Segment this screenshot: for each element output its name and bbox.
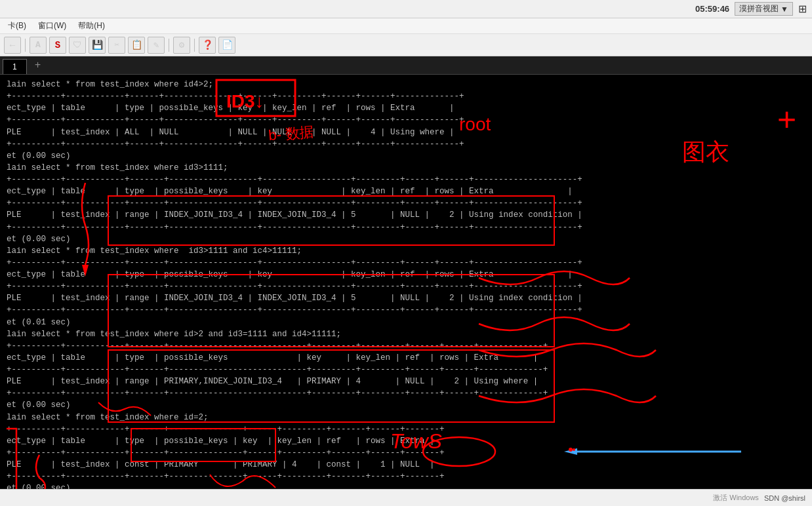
save-button[interactable]: 💾 — [89, 37, 106, 54]
terminal-line: +----------+------------+-------+-------… — [7, 257, 805, 269]
scissors-button[interactable]: ✂ — [108, 37, 125, 54]
new-tab-button[interactable]: + — [28, 57, 48, 74]
terminal-line: +----------+------------+------+--------… — [7, 114, 805, 126]
tab-bar: 1 + — [0, 56, 812, 75]
terminal-line: +----------+------------+------+--------… — [7, 90, 805, 102]
terminal-line: lain select * from test_index where id=2… — [7, 412, 805, 423]
terminal-line: +----------+------------+-------+-------… — [7, 471, 805, 482]
terminal-line: +----------+------------+------+--------… — [7, 138, 805, 150]
separator-2 — [169, 39, 169, 52]
terminal-line: +----------+------------+-------+-------… — [7, 447, 805, 459]
terminal-line: PLE | test_index | ALL | NULL | NULL | N… — [7, 126, 805, 138]
terminal-line: ect_type | table | type | possible_keys … — [7, 185, 805, 197]
terminal-line: +----------+------------+-------+-------… — [7, 281, 805, 292]
terminal-line: +----------+------------+-------+-------… — [7, 222, 805, 233]
terminal-line: +----------+------------+-------+-------… — [7, 387, 805, 399]
terminal-line: PLE | test_index | range | INDEX_JOIN_ID… — [7, 209, 805, 221]
back-button[interactable]: ← — [4, 37, 21, 54]
terminal-line: +----------+------------+-------+-------… — [7, 174, 805, 185]
ime-label: 漠拼音视图 — [739, 3, 779, 14]
ime-button[interactable]: 漠拼音视图 ▼ — [735, 2, 793, 16]
shield-button[interactable]: 🛡 — [69, 37, 86, 54]
terminal-line: PLE | test_index | range | PRIMARY,INDEX… — [7, 376, 805, 387]
pencil-button[interactable]: ✎ — [148, 37, 165, 54]
terminal-line: PLE | test_index | const | PRIMARY | PRI… — [7, 459, 805, 471]
terminal-line: lain select * from test_index where id>2… — [7, 328, 805, 340]
bottom-bar: 激活 Windows SDN @shirsl — [0, 489, 812, 506]
terminal-line: ect_type | table | type | possible_keys … — [7, 435, 805, 447]
terminal-line: et (0.00 sec) — [7, 399, 805, 411]
top-bar: 05:59:46 漠拼音视图 ▼ ⊞ — [0, 0, 812, 18]
menu-help[interactable]: 帮助(H) — [73, 19, 110, 33]
settings-button[interactable]: ⚙ — [173, 37, 190, 54]
terminal-line: +----------+------------+-------+-------… — [7, 197, 805, 209]
note-button[interactable]: 📄 — [218, 37, 235, 54]
separator-3 — [194, 39, 195, 52]
clock: 05:59:46 — [695, 4, 729, 14]
copy-button[interactable]: 📋 — [128, 37, 145, 54]
terminal-line: +----------+------------+-------+-------… — [7, 364, 805, 376]
terminal-line: et (0.00 sec) — [7, 233, 805, 245]
menu-card[interactable]: 卡(B) — [3, 19, 31, 33]
menu-window[interactable]: 窗口(W) — [33, 19, 71, 33]
terminal-line: et (0.01 sec) — [7, 317, 805, 328]
s-button[interactable]: S — [49, 37, 66, 54]
terminal-line: et (0.00 sec) — [7, 150, 805, 162]
toolbar: ← A S 🛡 💾 ✂ 📋 ✎ ⚙ ❓ 📄 — [0, 34, 812, 56]
terminal-line: lain select * from test_index where id3>… — [7, 245, 805, 257]
font-button[interactable]: A — [30, 37, 47, 54]
activate-windows-label: 激活 Windows — [713, 493, 759, 503]
terminal-line: lain select * from test_index where id4>… — [7, 79, 805, 90]
terminal-line: ect_type | table | type | possible_keys … — [7, 102, 805, 114]
menu-bar: 卡(B) 窗口(W) 帮助(H) — [0, 18, 812, 34]
terminal-line: +----------+------------+-------+-------… — [7, 423, 805, 435]
help-button[interactable]: ❓ — [199, 37, 216, 54]
terminal-line: ect_type | table | type | possible_keys … — [7, 269, 805, 281]
tab-1[interactable]: 1 — [3, 59, 27, 74]
expand-icon[interactable]: ⊞ — [798, 3, 807, 15]
terminal-line: +----------+------------+-------+-------… — [7, 340, 805, 352]
terminal-content[interactable]: lain select * from test_index where id4>… — [0, 75, 812, 506]
terminal-line: +----------+------------+-------+-------… — [7, 304, 805, 316]
chevron-down-icon: ▼ — [781, 5, 788, 14]
terminal-line: PLE | test_index | range | INDEX_JOIN_ID… — [7, 292, 805, 304]
sdn-user-label: SDN @shirsl — [764, 494, 805, 502]
terminal-line: ect_type | table | type | possible_keys … — [7, 352, 805, 364]
terminal-lines: lain select * from test_index where id4>… — [7, 79, 805, 494]
separator-1 — [25, 39, 26, 52]
terminal-line: lain select * from test_index where id3>… — [7, 162, 805, 174]
